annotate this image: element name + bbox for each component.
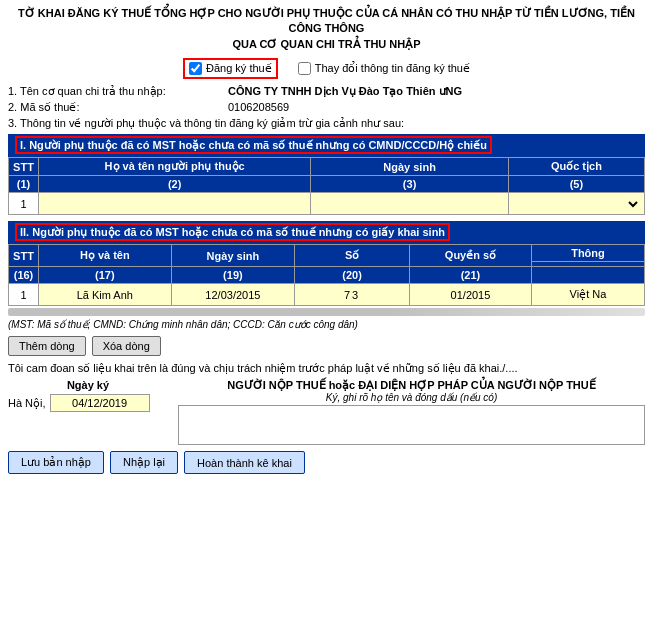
sec1-row1-hoten[interactable] — [39, 193, 311, 215]
sec2-row1-thong-input[interactable] — [535, 289, 641, 301]
section1-row-1: 1 — [9, 193, 645, 215]
col2-ngaysinh-sub: (19) — [171, 267, 295, 284]
col2-quyenso-sub: (21) — [410, 267, 532, 284]
scrollbar[interactable] — [8, 308, 645, 316]
col2-quyenso: Quyền số — [410, 245, 532, 267]
them-dong-button[interactable]: Thêm dòng — [8, 336, 86, 356]
info-row-2: 2. Mã số thuế: 0106208569 — [8, 101, 645, 114]
section1-table-wrapper: STT Họ và tên người phụ thuộc Ngày sinh … — [8, 157, 645, 215]
info-label-3: 3. Thông tin về người phụ thuộc và thông… — [8, 117, 404, 130]
dang-ky-thue-label: Đăng ký thuế — [206, 62, 272, 75]
col-stt-1: STT — [9, 158, 39, 176]
col2-so-sub: (20) — [295, 267, 410, 284]
dang-ky-thue-checkbox-label[interactable]: Đăng ký thuế — [183, 58, 278, 79]
note-text: (MST: Mã số thuế; CMND: Chứng minh nhân … — [8, 319, 645, 330]
section1-header: I. Người phụ thuộc đã có MST hoặc chưa c… — [8, 134, 645, 157]
signature-area: Ngày ký Hà Nội, NGƯỜI NỘP THUẾ hoặc ĐẠI … — [8, 379, 645, 445]
sec1-row1-ngaysinh[interactable] — [311, 193, 508, 215]
sec2-row1-quyenso-input[interactable] — [413, 289, 528, 301]
luu-ban-nhap-button[interactable]: Lưu bản nhập — [8, 451, 104, 474]
col-stt-sub-1: (1) — [9, 176, 39, 193]
sec2-row1-so-input[interactable] — [298, 289, 406, 301]
sec2-row1-thong[interactable] — [531, 284, 644, 306]
col2-thong-sub2 — [531, 267, 644, 284]
col2-stt: STT — [9, 245, 39, 267]
sec1-row1-quoctich-select[interactable] — [512, 197, 641, 211]
col2-ngaysinh: Ngày sinh — [171, 245, 295, 267]
nhap-lai-button[interactable]: Nhập lại — [110, 451, 178, 474]
xoa-dong-button[interactable]: Xóa dòng — [92, 336, 161, 356]
info-label-1: 1. Tên cơ quan chi trả thu nhập: — [8, 85, 228, 98]
hoan-thanh-button[interactable]: Hoàn thành kê khai — [184, 451, 305, 474]
sec1-row1-quoctich[interactable] — [508, 193, 644, 215]
info-row-3: 3. Thông tin về người phụ thuộc và thông… — [8, 117, 645, 130]
action-buttons: Thêm dòng Xóa dòng — [8, 336, 645, 356]
sig-main-label: NGƯỜI NỘP THUẾ hoặc ĐẠI DIỆN HỢP PHÁP CỦ… — [178, 379, 645, 392]
info-row-1: 1. Tên cơ quan chi trả thu nhập: CÔNG TY… — [8, 85, 645, 98]
section1-title: I. Người phụ thuộc đã có MST hoặc chưa c… — [15, 136, 492, 154]
sig-box[interactable] — [178, 405, 645, 445]
place-label: Hà Nội, — [8, 397, 46, 410]
page-title: TỜ KHAI ĐĂNG KÝ THUẾ TỔNG HỢP CHO NGƯỜI … — [8, 6, 645, 52]
sec2-row1-ngaysinh[interactable] — [171, 284, 295, 306]
thay-doi-checkbox[interactable] — [298, 62, 311, 75]
col2-hoten-sub: (17) — [39, 267, 172, 284]
sec1-row1-stt: 1 — [9, 193, 39, 215]
checkbox-row: Đăng ký thuế Thay đổi thông tin đăng ký … — [8, 58, 645, 79]
col2-thong: Thông — [531, 245, 644, 262]
sig-sub-label: Ký, ghi rõ họ tên và đóng dấu (nếu có) — [178, 392, 645, 403]
sec2-row1-ngaysinh-input[interactable] — [175, 289, 292, 301]
date-area-inner: Hà Nội, — [8, 394, 168, 412]
sec1-row1-hoten-input[interactable] — [42, 198, 307, 210]
date-input[interactable] — [50, 394, 150, 412]
thay-doi-checkbox-label[interactable]: Thay đổi thông tin đăng ký thuế — [298, 62, 470, 75]
col2-hoten: Họ và tên — [39, 245, 172, 267]
col-quoctich-1: Quốc tịch — [508, 158, 644, 176]
dang-ky-thue-checkbox[interactable] — [189, 62, 202, 75]
col2-so: Số — [295, 245, 410, 267]
col-quoctich-sub-1: (5) — [508, 176, 644, 193]
section2-table-wrapper: STT Họ và tên Ngày sinh Số Quyền số Thôn… — [8, 244, 645, 306]
sig-area: NGƯỜI NỘP THUẾ hoặc ĐẠI DIỆN HỢP PHÁP CỦ… — [178, 379, 645, 445]
section1-table: STT Họ và tên người phụ thuộc Ngày sinh … — [8, 157, 645, 215]
commitment-text: Tôi cam đoan số liệu khai trên là đúng v… — [8, 362, 645, 375]
col-ngaysinh-sub-1: (3) — [311, 176, 508, 193]
section2-title: II. Người phụ thuộc đã có MST hoặc chưa … — [15, 223, 450, 241]
sec2-row1-quyenso[interactable] — [410, 284, 532, 306]
col2-stt-sub: (16) — [9, 267, 39, 284]
section2-table: STT Họ và tên Ngày sinh Số Quyền số Thôn… — [8, 244, 645, 306]
sec2-row1-so[interactable] — [295, 284, 410, 306]
info-value-2: 0106208569 — [228, 101, 289, 114]
col-hoten-1: Họ và tên người phụ thuộc — [39, 158, 311, 176]
sec1-row1-ngaysinh-input[interactable] — [314, 198, 504, 210]
sec2-row1-hoten-input[interactable] — [42, 289, 168, 301]
col-hoten-sub-1: (2) — [39, 176, 311, 193]
sec2-row1-hoten[interactable] — [39, 284, 172, 306]
info-value-1: CÔNG TY TNHH Dịch Vụ Đào Tạo Thiên ưNG — [228, 85, 462, 98]
section2-row-1: 1 — [9, 284, 645, 306]
thay-doi-label: Thay đổi thông tin đăng ký thuế — [315, 62, 470, 75]
bottom-buttons: Lưu bản nhập Nhập lại Hoàn thành kê khai — [8, 451, 645, 474]
date-area: Ngày ký Hà Nội, — [8, 379, 168, 445]
date-label: Ngày ký — [8, 379, 168, 391]
section2-header: II. Người phụ thuộc đã có MST hoặc chưa … — [8, 221, 645, 244]
sec2-row1-stt: 1 — [9, 284, 39, 306]
info-label-2: 2. Mã số thuế: — [8, 101, 228, 114]
col-ngaysinh-1: Ngày sinh — [311, 158, 508, 176]
